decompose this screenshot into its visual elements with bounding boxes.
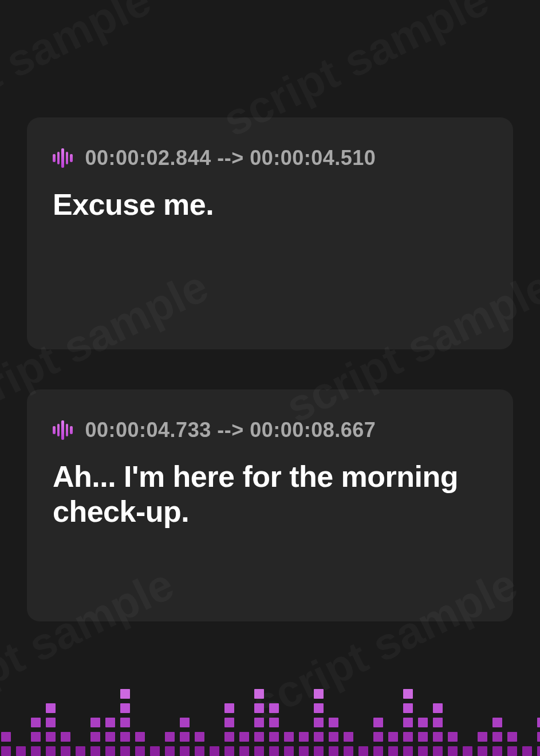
equalizer-column	[239, 732, 249, 756]
caption-header: 00:00:04.733 --> 00:00:08.667	[53, 418, 487, 442]
caption-card: 00:00:04.733 --> 00:00:08.667 Ah... I'm …	[27, 389, 513, 621]
equalizer-column	[90, 718, 100, 756]
equalizer-column	[299, 732, 309, 756]
equalizer-column	[448, 732, 458, 756]
caption-timestamp: 00:00:04.733 --> 00:00:08.667	[85, 418, 376, 442]
equalizer-column	[1, 732, 11, 756]
equalizer-column	[165, 732, 175, 756]
equalizer-column	[46, 703, 56, 756]
equalizer-column	[76, 746, 85, 756]
caption-header: 00:00:02.844 --> 00:00:04.510	[53, 146, 487, 170]
caption-text: Excuse me.	[53, 187, 487, 222]
equalizer-column	[433, 703, 443, 756]
equalizer-column	[537, 718, 540, 756]
equalizer-column	[210, 746, 219, 756]
equalizer-column	[180, 718, 190, 756]
equalizer-column	[522, 746, 532, 756]
caption-text: Ah... I'm here for the morning check-up.	[53, 459, 487, 530]
equalizer-column	[329, 718, 338, 756]
caption-card: 00:00:02.844 --> 00:00:04.510 Excuse me.	[27, 117, 513, 349]
equalizer-column	[120, 689, 130, 756]
equalizer-column	[507, 732, 517, 756]
audio-wave-icon	[53, 148, 73, 168]
equalizer-column	[463, 746, 472, 756]
caption-timestamp: 00:00:02.844 --> 00:00:04.510	[85, 146, 376, 170]
equalizer-column	[403, 689, 413, 756]
equalizer-column	[254, 689, 264, 756]
equalizer-column	[344, 732, 353, 756]
equalizer-column	[418, 718, 428, 756]
audio-wave-icon	[53, 420, 73, 440]
equalizer-column	[16, 746, 26, 756]
equalizer-column	[269, 703, 279, 756]
equalizer-column	[314, 689, 324, 756]
caption-container: 00:00:02.844 --> 00:00:04.510 Excuse me.…	[0, 0, 540, 621]
equalizer-column	[492, 718, 502, 756]
equalizer-column	[358, 746, 368, 756]
equalizer-visualization	[0, 676, 540, 756]
equalizer-column	[150, 746, 160, 756]
equalizer-column	[284, 732, 294, 756]
equalizer-column	[388, 732, 398, 756]
equalizer-column	[373, 718, 383, 756]
equalizer-column	[31, 718, 41, 756]
equalizer-column	[195, 732, 204, 756]
equalizer-column	[478, 732, 487, 756]
equalizer-column	[61, 732, 70, 756]
equalizer-column	[135, 732, 145, 756]
equalizer-column	[105, 718, 115, 756]
equalizer-column	[224, 703, 234, 756]
